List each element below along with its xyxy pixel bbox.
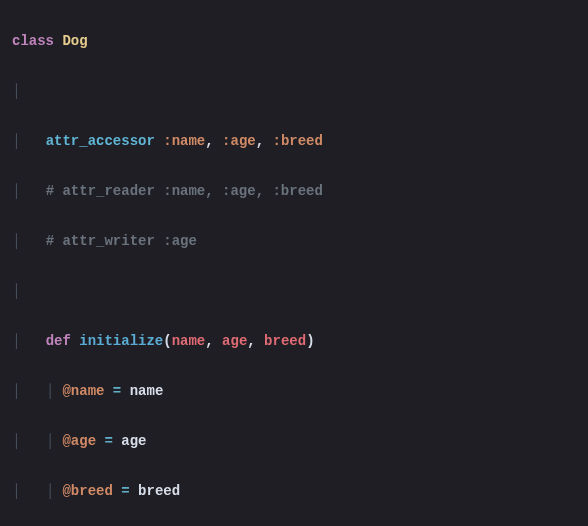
method-attr-accessor: attr_accessor xyxy=(46,133,164,149)
code-line[interactable]: │ attr_accessor :name, :age, :breed xyxy=(12,129,580,154)
symbol: :name xyxy=(163,133,205,149)
code-line[interactable]: │ xyxy=(12,279,580,304)
code-editor[interactable]: class Dog │ │ attr_accessor :name, :age,… xyxy=(0,0,588,526)
code-line[interactable]: │ xyxy=(12,79,580,104)
keyword-class: class xyxy=(12,33,62,49)
class-name: Dog xyxy=(62,33,87,49)
code-line[interactable]: │ # attr_reader :name, :age, :breed xyxy=(12,179,580,204)
comment: # attr_reader :name, :age, :breed xyxy=(46,183,323,199)
code-line[interactable]: class Dog xyxy=(12,29,580,54)
method-name: initialize xyxy=(79,333,163,349)
keyword-def: def xyxy=(46,333,80,349)
code-line[interactable]: │ def initialize(name, age, breed) xyxy=(12,329,580,354)
code-line[interactable]: │ │ @breed = breed xyxy=(12,479,580,504)
code-line[interactable]: │ # attr_writer :age xyxy=(12,229,580,254)
ivar: @name xyxy=(62,383,104,399)
code-line[interactable]: │ │ @age = age xyxy=(12,429,580,454)
comment: # attr_writer :age xyxy=(46,233,197,249)
code-line[interactable]: │ │ @name = name xyxy=(12,379,580,404)
